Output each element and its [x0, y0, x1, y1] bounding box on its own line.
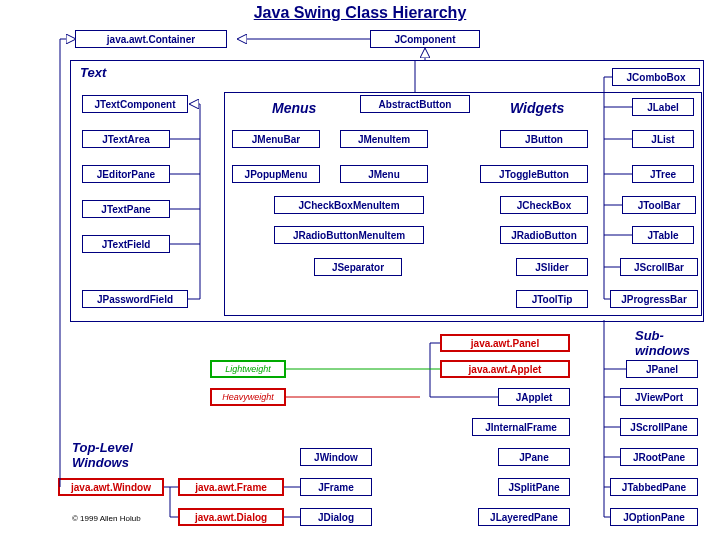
box-javaawtapplet: java.awt.Applet	[440, 360, 570, 378]
box-jpanel: JPanel	[626, 360, 698, 378]
box-japplet: JApplet	[498, 388, 570, 406]
box-jtextfield: JTextField	[82, 235, 170, 253]
box-jframe: JFrame	[300, 478, 372, 496]
box-jcombobox: JComboBox	[612, 68, 700, 86]
box-javaawtwindow: java.awt.Window	[58, 478, 164, 496]
box-jlist: JList	[632, 130, 694, 148]
section-subwindows: Sub- windows	[635, 328, 705, 358]
box-jscrollpane: JScrollPane	[620, 418, 698, 436]
box-jslider: JSlider	[516, 258, 588, 276]
box-jviewport: JViewPort	[620, 388, 698, 406]
box-jbutton: JButton	[500, 130, 588, 148]
box-jsplitpane: JSplitPane	[498, 478, 570, 496]
section-widgets: Widgets	[510, 100, 564, 116]
box-jradiobuttonmenuitem: JRadioButtonMenuItem	[274, 226, 424, 244]
box-jmenu: JMenu	[340, 165, 428, 183]
box-jpane: JPane	[498, 448, 570, 466]
box-jtoolbar: JToolBar	[622, 196, 696, 214]
box-container: java.awt.Container	[75, 30, 227, 48]
legend-heavyweight: Heavyweight	[210, 388, 286, 406]
box-jmenubar: JMenuBar	[232, 130, 320, 148]
box-jrootpane: JRootPane	[620, 448, 698, 466]
box-jlayeredpane: JLayeredPane	[478, 508, 570, 526]
box-jscrollbar: JScrollBar	[620, 258, 698, 276]
box-jwindow: JWindow	[300, 448, 372, 466]
box-jtextpane: JTextPane	[82, 200, 170, 218]
box-jmenuitem: JMenuItem	[340, 130, 428, 148]
box-jradiobutton: JRadioButton	[500, 226, 588, 244]
box-jprogressbar: JProgressBar	[610, 290, 698, 308]
box-joptionpane: JOptionPane	[610, 508, 698, 526]
copyright: © 1999 Allen Holub	[72, 514, 141, 523]
box-jdialog: JDialog	[300, 508, 372, 526]
box-jcomponent: JComponent	[370, 30, 480, 48]
box-jtooltip: JToolTip	[516, 290, 588, 308]
box-jseparator: JSeparator	[314, 258, 402, 276]
section-toplevel: Top-Level Windows	[72, 440, 162, 470]
box-jpopupmenu: JPopupMenu	[232, 165, 320, 183]
box-jtextarea: JTextArea	[82, 130, 170, 148]
box-jtextcomponent: JTextComponent	[82, 95, 188, 113]
box-jtogglebutton: JToggleButton	[480, 165, 588, 183]
box-javaawtpanel: java.awt.Panel	[440, 334, 570, 352]
box-jcheckbox: JCheckBox	[500, 196, 588, 214]
box-jeditorpane: JEditorPane	[82, 165, 170, 183]
legend-lightweight: Lightweight	[210, 360, 286, 378]
box-jtree: JTree	[632, 165, 694, 183]
diagram-title: Java Swing Class Hierarchy	[0, 4, 720, 22]
box-jinternalframe: JInternalFrame	[472, 418, 570, 436]
section-menus: Menus	[272, 100, 316, 116]
box-jlabel: JLabel	[632, 98, 694, 116]
box-jpasswordfield: JPasswordField	[82, 290, 188, 308]
box-jtabbedpane: JTabbedPane	[610, 478, 698, 496]
box-javaawtframe: java.awt.Frame	[178, 478, 284, 496]
box-jtable: JTable	[632, 226, 694, 244]
box-jcheckboxmenuitem: JCheckBoxMenuItem	[274, 196, 424, 214]
section-text: Text	[80, 65, 106, 80]
box-javaawtdialog: java.awt.Dialog	[178, 508, 284, 526]
box-abstractbutton: AbstractButton	[360, 95, 470, 113]
